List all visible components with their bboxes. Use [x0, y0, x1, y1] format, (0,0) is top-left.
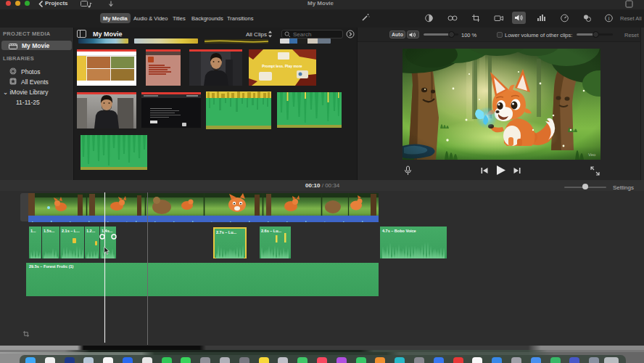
svg-text:1.2...: 1.2... — [86, 229, 96, 233]
svg-text:2.6s – Lu...: 2.6s – Lu... — [261, 229, 282, 233]
svg-text:Veo: Veo — [588, 152, 596, 157]
svg-text:2.1s – L...: 2.1s – L... — [62, 229, 80, 233]
svg-text:Prompt less. Play more: Prompt less. Play more — [262, 64, 302, 68]
svg-text:i: i — [608, 15, 610, 22]
svg-text:1...: 1... — [30, 229, 36, 233]
svg-text:4.7s – Bobo Voice: 4.7s – Bobo Voice — [382, 229, 416, 233]
svg-text:2.7s – Lu...: 2.7s – Lu... — [216, 230, 237, 234]
svg-text:1.4s...: 1.4s... — [102, 229, 113, 233]
svg-text:1.5s...: 1.5s... — [44, 229, 55, 233]
